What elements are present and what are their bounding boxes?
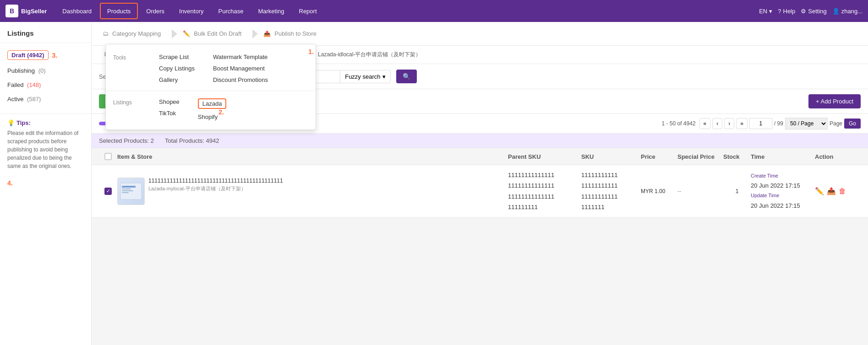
edit-icon: ✏️ [183,30,190,37]
svg-rect-3 [122,190,133,191]
dropdown-divider [106,91,316,91]
add-product-button[interactable]: + Add Product [808,94,861,108]
tools-section: Tools Scrape List Copy Listings Gallery … [106,50,316,87]
update-time-value: 20 Jun 2022 17:15 [751,200,815,211]
logo[interactable]: B BigSeller [5,5,47,17]
tips-title: 💡 Tips: [7,119,84,126]
parent-sku-cell: 11111111111111 11111111111111 1111111111… [508,170,581,213]
prev-page-button[interactable]: ‹ [712,118,722,129]
sku-cell: 11111111111 11111111111 11111111111 1111… [581,170,641,213]
nav-purchase[interactable]: Purchase [212,0,250,22]
product-name: 1111111111111111111111111111111111111111… [148,178,283,185]
user-menu[interactable]: 👤 zhang... [832,8,863,15]
annotation-2: 2. [218,108,224,116]
sidebar-item-publishing[interactable]: Publishing (0) [0,64,91,78]
total-products-count: Total Products: 4942 [165,137,219,144]
header-time: Time [751,153,815,160]
search-button[interactable]: 🔍 [396,70,417,83]
nav-dashboard[interactable]: Dashboard [56,0,98,22]
failed-count: (148) [27,81,41,88]
table-row: ✓ 1111111111111111111111111111111111 [92,165,868,218]
user-icon: 👤 [832,8,840,15]
lazada-link[interactable]: Lazada [198,98,227,109]
listings-section-label: Listings [113,98,141,120]
draft-badge: Draft (4942) [7,50,49,60]
product-thumbnail [117,178,145,205]
special-price-cell: -- [677,188,723,194]
shopee-link[interactable]: Shopee [159,98,180,105]
step-publish-store[interactable]: 📤 Publish to Store [252,22,328,45]
language-selector[interactable]: EN ▾ [759,8,772,15]
header-item-store: Item & Store [117,153,508,160]
product-store: Lazada-mylocal-平台申请店铺（及时下架） [148,185,283,192]
failed-label: Failed [7,81,23,88]
page-number-input[interactable] [749,118,772,129]
watermark-link[interactable]: Watermark Template [213,54,268,60]
discount-link[interactable]: Discount Promotions [213,76,268,83]
nav-inventory[interactable]: Inventory [173,0,210,22]
per-page-select[interactable]: 50 / Page 100 / Page [785,118,828,129]
step-bulk-edit[interactable]: ✏️ Bulk Edit On Draft [172,22,252,45]
sidebar-item-active[interactable]: Active (587) [0,92,91,106]
help-icon: ? [778,8,781,15]
header-sku: SKU [581,153,641,160]
header-special-price: Special Price [677,153,723,160]
annotation-4: 4. [0,179,91,187]
tips-section: 💡 Tips: Please edit the information of s… [0,113,91,176]
tools-right-links: Watermark Template Boost Management Disc… [213,54,268,83]
tools-links: Scrape List Copy Listings Gallery [159,54,195,83]
page-total: / 99 [774,120,783,127]
settings-button[interactable]: ⚙ Setting [801,8,826,15]
boost-link[interactable]: Boost Management [213,65,268,72]
tiktok-link[interactable]: TikTok [159,110,180,117]
scrape-list-link[interactable]: Scrape List [159,54,195,60]
table-header: Item & Store Parent SKU SKU Price Specia… [92,148,868,165]
pagination-info: 1 - 50 of 4942 [662,120,696,127]
chevron-down-icon: ▾ [769,8,772,15]
tips-text: Please edit the information of scraped p… [7,129,84,170]
product-info-cell: 1111111111111111111111111111111111111111… [117,178,508,205]
gallery-link[interactable]: Gallery [159,76,195,83]
nav-report[interactable]: Report [293,0,323,22]
header-checkbox-col [99,153,117,160]
active-label: Active [7,96,23,102]
nav-right-area: EN ▾ ? Help ⚙ Setting 👤 zhang... [759,8,863,15]
store-tab-2[interactable]: Lazada-idlocal-平台申请店铺（及时下架） [312,49,426,60]
copy-listings-link[interactable]: Copy Listings [159,65,195,72]
product-table: Item & Store Parent SKU SKU Price Specia… [92,148,868,218]
delete-action-icon[interactable]: 🗑 [839,187,846,195]
page-label: Page [830,120,842,127]
go-button[interactable]: Go [844,119,861,129]
step-category-mapping[interactable]: 🗂 Category Mapping [92,22,172,45]
map-icon: 🗂 [103,30,109,37]
selected-products-count: Selected Products: 2 [99,137,154,144]
update-time-label: Update Time [751,191,815,200]
header-stock: Stock [723,153,751,160]
sidebar: Listings Draft (4942) 3. Publishing (0) … [0,22,92,345]
publish-action-icon[interactable]: 📤 [827,187,836,195]
action-cell: ✏️ 📤 🗑 [815,187,861,195]
row-checkbox[interactable]: ✓ [104,188,112,195]
help-button[interactable]: ? Help [778,8,795,15]
annotation-3: 3. [52,52,58,59]
next-page-button[interactable]: › [724,118,734,129]
edit-action-icon[interactable]: ✏️ [815,187,824,195]
product-details: 1111111111111111111111111111111111111111… [148,178,283,193]
steps-bar: 🗂 Category Mapping ✏️ Bulk Edit On Draft… [92,22,868,46]
header-action: Action [815,153,861,160]
pagination-area: 1 - 50 of 4942 « ‹ › » / 99 50 / Page 10… [662,118,861,129]
nav-products[interactable]: Products [100,3,138,19]
nav-orders[interactable]: Orders [140,0,171,22]
publishing-label: Publishing [7,67,35,74]
first-page-button[interactable]: « [699,118,711,129]
header-checkbox[interactable] [104,153,112,160]
create-time-value: 20 Jun 2022 17:15 [751,180,815,191]
fuzzy-search-select[interactable]: Fuzzy search ▾ [340,70,390,83]
sidebar-item-failed[interactable]: Failed (148) [0,78,91,92]
last-page-button[interactable]: » [736,118,748,129]
nav-marketing[interactable]: Marketing [251,0,290,22]
sidebar-item-draft[interactable]: Draft (4942) 3. [0,47,91,64]
annotation-1: 1. [308,48,314,55]
publishing-count: (0) [38,67,46,74]
row-checkbox-col: ✓ [99,188,117,195]
